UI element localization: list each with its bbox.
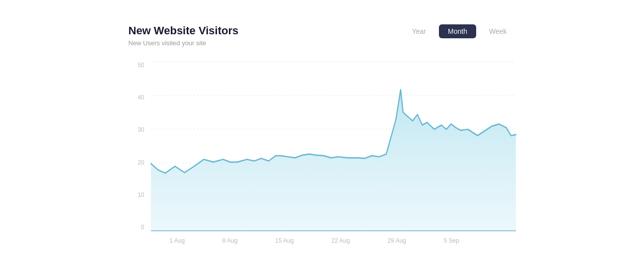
x-label-22aug: 22 Aug [331,237,350,244]
filter-week-button[interactable]: Week [480,24,516,38]
chart-container: New Website Visitors New Users visited y… [119,9,526,261]
chart-plot [151,62,516,231]
y-label-50: 50 [138,62,144,69]
y-label-20: 20 [138,159,144,166]
filter-month-button[interactable]: Month [439,24,476,38]
x-label-15aug: 15 Aug [275,237,293,244]
y-axis: 50 40 30 20 10 0 [129,62,148,231]
filter-year-button[interactable]: Year [403,24,435,38]
x-label-1aug: 1 Aug [169,237,185,244]
y-label-0: 0 [141,224,144,231]
chart-header: New Website Visitors New Users visited y… [129,24,516,47]
time-filter: Year Month Week [403,24,516,38]
chart-area: 50 40 30 20 10 0 [129,62,516,251]
y-label-10: 10 [138,191,144,198]
x-label-29aug: 29 Aug [387,237,406,244]
x-axis: 1 Aug 8 Aug 15 Aug 22 Aug 29 Aug 5 Sep [151,231,516,251]
chart-title: New Website Visitors [129,24,239,37]
x-label-5sep: 5 Sep [443,237,459,244]
chart-subtitle: New Users visited your site [129,39,239,47]
x-label-8aug: 8 Aug [222,237,238,244]
y-label-30: 30 [138,126,144,133]
y-label-40: 40 [138,94,144,101]
line-chart-svg [151,62,516,231]
title-block: New Website Visitors New Users visited y… [129,24,239,47]
